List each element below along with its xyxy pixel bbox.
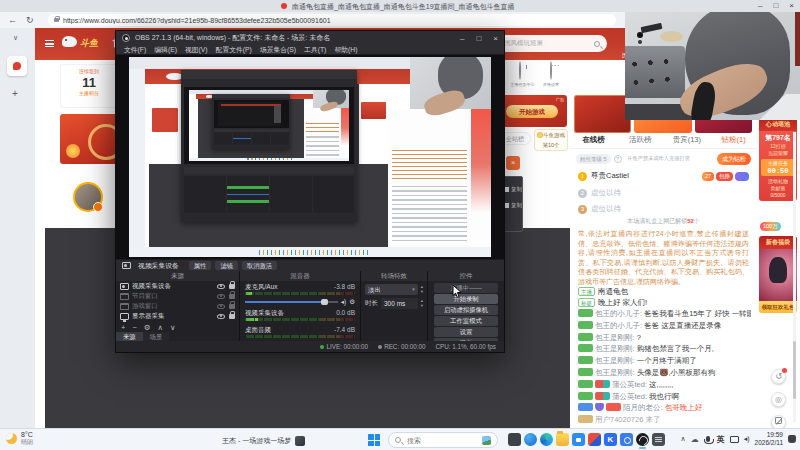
- back-to-latest-button[interactable]: ↺: [771, 369, 786, 384]
- chat-message[interactable]: 包王是刚刚购猪包禁言了我一个月,: [578, 343, 751, 355]
- chat-message[interactable]: 蒲公英ted我也行啊: [578, 391, 751, 403]
- chat-username[interactable]: 包王是刚刚: [595, 333, 637, 342]
- obs-close-button[interactable]: ×: [493, 34, 498, 43]
- event-banner-1[interactable]: [574, 95, 631, 133]
- chat-username[interactable]: 包王是刚刚: [595, 344, 637, 353]
- obs-menu-item[interactable]: 视图(V): [181, 45, 212, 55]
- source-row[interactable]: 节目窗口: [116, 291, 239, 301]
- speaker-icon[interactable]: ◂): [341, 298, 346, 306]
- chat-username[interactable]: 蒲公英ted: [612, 380, 649, 389]
- lock-icon[interactable]: [229, 294, 235, 299]
- site-search-box[interactable]: 国风模玩巡展: [497, 35, 607, 52]
- window-close-button[interactable]: ×: [789, 1, 794, 10]
- tab-item-douyu[interactable]: [7, 56, 27, 76]
- microsoft-store-icon[interactable]: [572, 433, 585, 446]
- chat-message[interactable]: 包王的小儿子爸爸我看斗鱼15年了 好快 一转眼: [578, 308, 751, 320]
- obs-titlebar[interactable]: OBS 27.1.3 (64-bit, windows) - 配置文件: 未命名…: [116, 31, 504, 45]
- join-fans-button[interactable]: 成为钻粉: [717, 153, 751, 165]
- duration-spinner[interactable]: ▴▾: [421, 299, 423, 308]
- chat-username[interactable]: 包王的小儿子: [595, 321, 644, 330]
- context-button[interactable]: 滤镜: [215, 261, 238, 270]
- visibility-eye-icon[interactable]: [217, 304, 225, 309]
- add-source-icon[interactable]: +: [121, 323, 125, 332]
- obs-menu-item[interactable]: 帮助(H): [330, 45, 361, 55]
- gear-icon[interactable]: ⚙: [349, 298, 355, 306]
- chat-tab[interactable]: 活跃榜: [617, 135, 664, 145]
- chat-username[interactable]: 用户74020726: [595, 415, 645, 424]
- file-explorer-icon[interactable]: [556, 433, 569, 446]
- taskbar-search[interactable]: [388, 432, 498, 448]
- chat-username[interactable]: 包王的小儿子: [595, 309, 644, 318]
- microphone-tray-icon[interactable]: [706, 436, 710, 442]
- chat-message[interactable]: 蒲公英ted这,,,,,,,,: [578, 379, 751, 391]
- obs-app-icon[interactable]: [636, 433, 649, 446]
- app-icon-dark[interactable]: [508, 433, 521, 446]
- app-icon-blue-gear[interactable]: [620, 433, 633, 446]
- lock-icon[interactable]: [229, 314, 235, 319]
- obs-menu-item[interactable]: 工具(T): [300, 45, 330, 55]
- obs-menu-item[interactable]: 配置文件(P): [212, 45, 256, 55]
- clock[interactable]: 19:59 2026/2/11: [755, 431, 783, 447]
- obs-control-button[interactable]: 设置: [434, 327, 498, 337]
- rank-row-1[interactable]: 1 尊贵Castiel 27 包挣: [578, 168, 749, 184]
- collapse-tabs-icon[interactable]: ∨: [13, 34, 18, 42]
- start-button[interactable]: [368, 434, 380, 446]
- obs-control-button[interactable]: 工作室模式: [434, 316, 498, 326]
- activity-card-rank[interactable]: 心动瑶池 第797名 12打榜 当前荣耀 主播任务 00:50 活动礼物 贡献值…: [759, 118, 797, 201]
- obs-control-button[interactable]: 直播中——: [434, 283, 498, 293]
- new-tab-icon[interactable]: +: [12, 88, 18, 99]
- music-widget[interactable]: 王杰 - 一场游戏一场梦: [222, 436, 305, 446]
- search-icon[interactable]: [594, 41, 600, 47]
- visibility-eye-icon[interactable]: [217, 284, 225, 289]
- refresh-icon[interactable]: ↻: [26, 15, 34, 25]
- streamer-avatar[interactable]: [73, 182, 103, 212]
- popup-close-button[interactable]: ×: [506, 156, 520, 170]
- chat-message[interactable]: 包王是刚刚?: [578, 332, 751, 344]
- promo-banner-left[interactable]: [60, 114, 118, 164]
- game-ad-banner[interactable]: 广告 开始游戏: [497, 95, 567, 127]
- source-row[interactable]: 视频采集设备: [116, 281, 239, 291]
- visibility-eye-icon[interactable]: [217, 314, 225, 319]
- chat-message[interactable]: 包王是刚刚一个月终于满期了: [578, 355, 751, 367]
- notification-icon[interactable]: [788, 435, 796, 443]
- window-minimize-button[interactable]: –: [758, 1, 762, 10]
- chat-message[interactable]: 用户74020726来了: [578, 414, 751, 426]
- move-up-icon[interactable]: ∧: [158, 323, 164, 332]
- app-icon-blue-circle[interactable]: [524, 433, 537, 446]
- activity-card-gift[interactable]: 新春福袋 领取狂欢礼包: [759, 236, 797, 313]
- tablet-icon[interactable]: [730, 436, 739, 443]
- rank-row-2[interactable]: 2 虚位以待: [578, 185, 749, 201]
- help-icon[interactable]: ?: [614, 155, 622, 163]
- obs-minimize-button[interactable]: –: [460, 34, 464, 43]
- game-badge[interactable]: 斗鱼游戏 第10个: [534, 129, 568, 151]
- chat-tab[interactable]: 钻粉(1): [710, 135, 757, 145]
- context-button[interactable]: 取消激活: [242, 261, 277, 270]
- window-maximize-button[interactable]: □: [773, 1, 778, 10]
- source-settings-icon[interactable]: ⚙: [144, 323, 151, 332]
- obs-menu-item[interactable]: 文件(F): [120, 45, 150, 55]
- remove-source-icon[interactable]: −: [132, 323, 136, 332]
- weather-widget[interactable]: 8°C 晴朗: [6, 431, 33, 446]
- app-icon-k[interactable]: K: [604, 433, 617, 446]
- obs-menu-item[interactable]: 场景集合(S): [256, 45, 300, 55]
- chat-message[interactable]: 包王是刚刚头像是🐻,小黑板那有狗: [578, 367, 751, 379]
- lock-icon[interactable]: [229, 284, 235, 289]
- toolbar-icon-item[interactable]: 开播设置: [539, 62, 563, 92]
- chat-settings-button[interactable]: ◎: [771, 392, 786, 407]
- edge-browser-icon[interactable]: [540, 433, 553, 446]
- back-icon[interactable]: ←: [8, 15, 17, 25]
- app-icon-monitor-list[interactable]: [652, 433, 665, 446]
- chat-tab[interactable]: 贵宾(13): [664, 135, 711, 145]
- checkin-card[interactable]: 连续签到 11 主播积分: [60, 64, 118, 108]
- ime-indicator[interactable]: 英: [717, 434, 725, 445]
- visibility-eye-icon[interactable]: [217, 294, 225, 299]
- app-icon-red-blue[interactable]: [588, 433, 601, 446]
- chat-username[interactable]: 陌月的老公: [623, 403, 665, 412]
- context-button[interactable]: 属性: [189, 261, 212, 270]
- toolbar-icon-item[interactable]: 主播任务中心: [508, 62, 532, 92]
- tray-expand-icon[interactable]: ∧: [681, 435, 686, 443]
- source-row[interactable]: 游戏窗口: [116, 301, 239, 311]
- claim-gift-button[interactable]: 领取狂欢礼包: [759, 301, 797, 313]
- obs-menu-item[interactable]: 编辑(E): [150, 45, 181, 55]
- transition-duration-field[interactable]: 300 ms: [381, 298, 418, 309]
